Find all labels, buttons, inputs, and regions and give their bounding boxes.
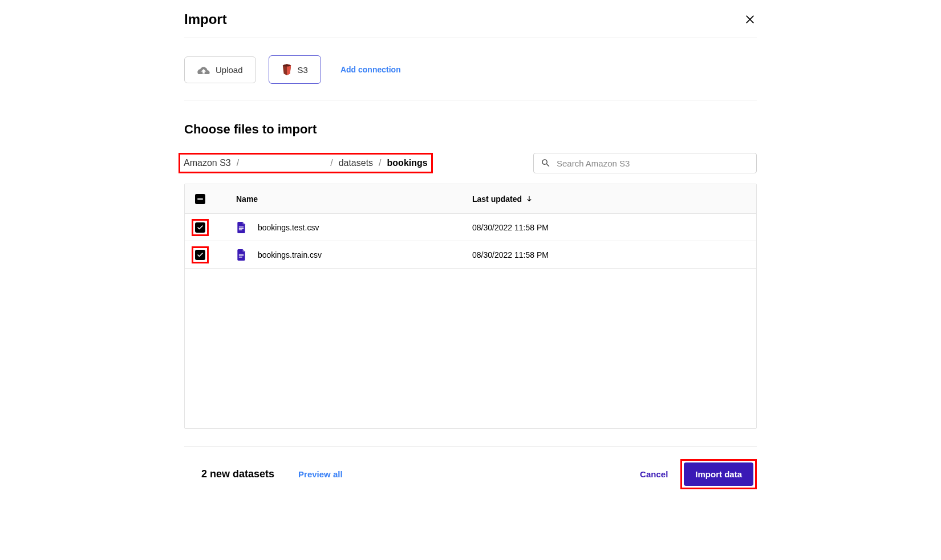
close-button[interactable]	[743, 13, 757, 26]
import-data-button[interactable]: Import data	[684, 462, 753, 486]
select-all-checkbox-cell	[195, 194, 236, 204]
check-icon	[197, 224, 204, 231]
svg-rect-4	[239, 228, 244, 228]
search-icon	[541, 158, 551, 168]
check-icon	[197, 251, 204, 258]
choose-files-heading: Choose files to import	[184, 122, 757, 137]
file-last-updated: 08/30/2022 11:58 PM	[472, 250, 746, 259]
file-icon	[236, 222, 246, 233]
svg-point-2	[283, 64, 291, 67]
svg-rect-7	[239, 255, 244, 255]
add-connection-link[interactable]: Add connection	[340, 65, 401, 74]
file-name-cell: bookings.test.csv	[236, 222, 472, 233]
svg-rect-3	[239, 226, 244, 227]
breadcrumb-separator: /	[379, 158, 381, 168]
s3-icon	[282, 64, 292, 75]
file-icon	[236, 249, 246, 261]
source-selector-row: Upload S3 Add connection	[184, 38, 757, 100]
source-s3-label: S3	[298, 65, 308, 75]
sort-down-icon	[525, 195, 533, 203]
breadcrumb-separator: /	[237, 158, 239, 168]
dialog-footer: 2 new datasets Preview all Cancel Import…	[184, 446, 757, 502]
select-all-checkbox[interactable]	[195, 194, 205, 204]
row-checkbox[interactable]	[195, 250, 205, 260]
column-header-last-updated[interactable]: Last updated	[472, 194, 746, 204]
breadcrumb-datasets[interactable]: datasets	[339, 158, 373, 168]
search-box[interactable]	[533, 153, 757, 173]
table-row[interactable]: bookings.train.csv 08/30/2022 11:58 PM	[185, 241, 756, 269]
breadcrumb-search-row: Amazon S3 / / datasets / bookings	[184, 153, 757, 173]
file-name: bookings.train.csv	[258, 250, 322, 259]
breadcrumb-separator: /	[330, 158, 332, 168]
table-header-row: Name Last updated	[185, 184, 756, 214]
file-last-updated: 08/30/2022 11:58 PM	[472, 223, 746, 232]
row-checkbox-wrapper	[192, 246, 209, 263]
file-table: Name Last updated	[184, 184, 757, 429]
file-name-cell: bookings.train.csv	[236, 249, 472, 261]
import-button-wrapper: Import data	[680, 459, 757, 489]
table-row[interactable]: bookings.test.csv 08/30/2022 11:58 PM	[185, 214, 756, 241]
file-name: bookings.test.csv	[258, 223, 319, 232]
cancel-button[interactable]: Cancel	[640, 469, 668, 479]
svg-rect-5	[239, 229, 242, 230]
dialog-title: Import	[184, 11, 227, 27]
search-input[interactable]	[557, 159, 749, 168]
breadcrumb-current: bookings	[387, 158, 428, 168]
cloud-upload-icon	[197, 65, 210, 74]
dataset-count-label: 2 new datasets	[201, 468, 274, 480]
source-upload-label: Upload	[216, 65, 243, 75]
preview-all-link[interactable]: Preview all	[298, 469, 343, 479]
source-upload-button[interactable]: Upload	[184, 56, 256, 83]
breadcrumb: Amazon S3 / / datasets / bookings	[179, 153, 433, 173]
source-s3-button[interactable]: S3	[269, 55, 321, 84]
svg-rect-6	[239, 254, 244, 254]
svg-rect-8	[239, 257, 242, 257]
close-icon	[744, 14, 756, 25]
row-checkbox-wrapper	[192, 219, 209, 236]
breadcrumb-root[interactable]: Amazon S3	[184, 158, 231, 168]
column-header-name[interactable]: Name	[236, 194, 472, 204]
dialog-header: Import	[184, 0, 757, 38]
row-checkbox[interactable]	[195, 222, 205, 233]
